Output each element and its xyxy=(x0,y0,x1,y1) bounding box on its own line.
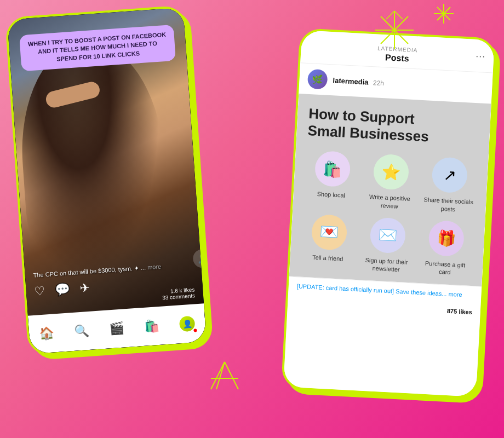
review-icon: ⭐ xyxy=(381,163,402,182)
svg-line-4 xyxy=(394,11,403,19)
share-label: Share their socials posts xyxy=(421,195,476,214)
left-phone: WHEN I TRY TO BOOST A POST ON FACEBOOK A… xyxy=(5,5,209,356)
like-button[interactable]: ♡ xyxy=(34,284,46,298)
more-link[interactable]: more xyxy=(147,263,162,270)
home-nav-icon[interactable]: 🏠 xyxy=(39,326,55,341)
list-item: 💌 Tell a friend xyxy=(301,214,357,272)
review-label: Write a positive review xyxy=(363,193,417,211)
list-item: ✉️ Sign up for their newsletter xyxy=(359,216,415,274)
gift-icon-circle: 🎁 xyxy=(428,220,465,257)
post-avatar[interactable]: 🌿 xyxy=(307,69,328,90)
review-icon-circle: ⭐ xyxy=(373,154,409,191)
notification-dot xyxy=(194,328,197,332)
footer-more-link[interactable]: more xyxy=(448,290,462,297)
post-time: 22h xyxy=(373,79,385,87)
search-nav-icon[interactable]: 🔍 xyxy=(74,324,90,339)
options-dots[interactable]: ··· xyxy=(476,50,486,62)
friend-icon-circle: 💌 xyxy=(311,214,347,251)
shop-local-icon-circle: 🛍️ xyxy=(314,151,351,187)
newsletter-label: Sign up for their newsletter xyxy=(359,256,414,274)
share-icon: ↗ xyxy=(443,166,457,185)
post-update-text: [UPDATE: card has officially run out] Sa… xyxy=(297,283,473,298)
list-item: 🛍️ Shop local xyxy=(304,150,360,208)
reels-nav-icon[interactable]: 🎬 xyxy=(109,321,125,336)
svg-line-5 xyxy=(386,11,394,19)
profile-nav-avatar[interactable]: 👤 xyxy=(179,315,196,332)
shop-nav-icon[interactable]: 🛍️ xyxy=(144,319,160,334)
post-username[interactable]: latermedia xyxy=(333,76,369,86)
speech-bubble-text: WHEN I TRY TO BOOST A POST ON FACEBOOK A… xyxy=(28,31,167,62)
shop-local-label: Shop local xyxy=(317,190,345,199)
share-button[interactable]: ✈ xyxy=(79,281,90,296)
stats-row: 1.6 k likes 33 comments xyxy=(162,286,195,301)
friend-label: Tell a friend xyxy=(312,253,343,263)
list-item: ↗ Share their socials posts xyxy=(421,157,477,215)
shop-local-icon: 🛍️ xyxy=(322,159,342,178)
list-item: 🎁 Purchase a gift card xyxy=(418,220,474,278)
gift-card-label: Purchase a gift card xyxy=(418,259,472,278)
share-icon-circle: ↗ xyxy=(432,157,468,193)
list-item: ⭐ Write a positive review xyxy=(363,153,419,211)
tell-friend-icon: 💌 xyxy=(319,223,339,242)
newsletter-icon: ✉️ xyxy=(378,226,398,245)
support-icon-grid: 🛍️ Shop local ⭐ Write a positive review … xyxy=(301,150,478,277)
right-phone-screen: LATERMEDIA Posts ··· 🌿 latermedia 22h Ho… xyxy=(283,30,495,397)
hair-overlay xyxy=(15,37,172,280)
svg-line-11 xyxy=(225,362,238,389)
right-phone: LATERMEDIA Posts ··· 🌿 latermedia 22h Ho… xyxy=(281,28,497,399)
gift-card-icon: 🎁 xyxy=(437,229,457,248)
newsletter-icon-circle: ✉️ xyxy=(369,217,406,253)
post-meta: latermedia 22h xyxy=(333,75,384,88)
comment-button[interactable]: 💬 xyxy=(55,282,71,297)
post-content-area: How to Support Small Businesses 🛍️ Shop … xyxy=(289,94,491,286)
post-title: How to Support Small Businesses xyxy=(307,105,480,148)
